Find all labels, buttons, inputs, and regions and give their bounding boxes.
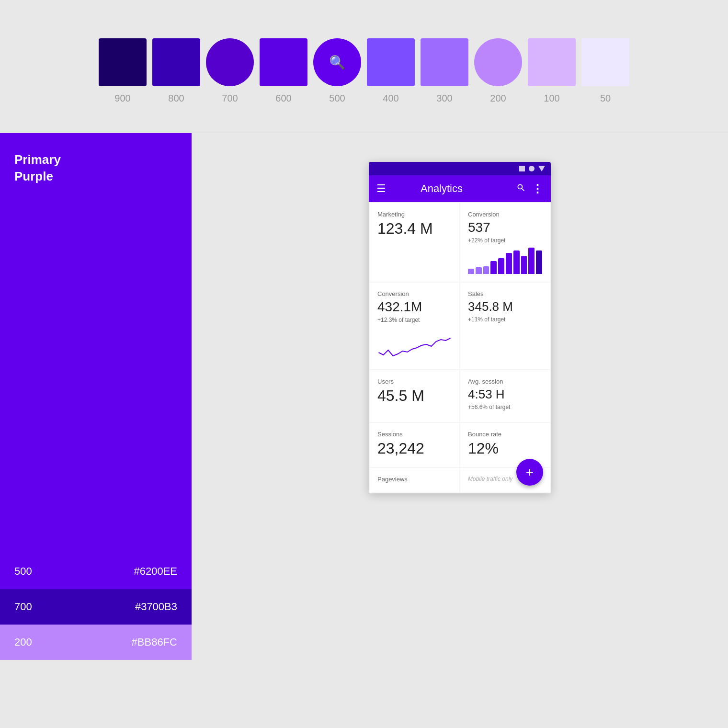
swatch-700 — [206, 38, 254, 86]
swatch-400 — [367, 38, 415, 86]
swatch-800 — [152, 38, 200, 86]
more-icon[interactable]: ⋮ — [532, 182, 543, 195]
palette-label-100: 100 — [528, 93, 576, 104]
palette-swatches: 🔍 — [99, 38, 629, 86]
swatch-100 — [528, 38, 576, 86]
bar-2 — [476, 267, 482, 274]
bar-5 — [498, 258, 504, 274]
swatch-square-100 — [528, 38, 576, 86]
line-chart-conversion — [377, 331, 452, 360]
palette-section: 🔍 900 800 700 600 500 400 300 200 — [0, 0, 728, 123]
palette-label-900: 900 — [99, 93, 147, 104]
swatch-square-900 — [99, 38, 147, 86]
shade-200-hex: #BB86FC — [132, 636, 177, 648]
status-icon-square — [519, 166, 525, 171]
swatch-square-600 — [260, 38, 307, 86]
card-value-sessions: 23,242 — [377, 440, 452, 457]
bottom-section: Primary Purple 500 #6200EE 700 #3700B3 2… — [0, 133, 728, 660]
status-bar — [369, 162, 551, 175]
swatch-50 — [581, 38, 629, 86]
card-value-marketing: 123.4 M — [377, 220, 452, 238]
bar-chart-conversion — [468, 248, 542, 274]
card-label-sales: Sales — [468, 290, 542, 297]
swatch-square-800 — [152, 38, 200, 86]
card-sub-avg-session: +56.6% of target — [468, 404, 542, 410]
app-bar: ☰ Analytics ⋮ — [369, 175, 551, 202]
shade-500-label: 500 — [14, 565, 32, 578]
bar-9 — [528, 248, 535, 274]
bar-4 — [490, 261, 497, 274]
color-row-700: 700 #3700B3 — [0, 589, 192, 625]
swatch-circle-200 — [474, 38, 522, 86]
swatch-circle-700 — [206, 38, 254, 86]
swatch-square-400 — [367, 38, 415, 86]
shade-700-label: 700 — [14, 601, 32, 613]
palette-label-400: 400 — [367, 93, 415, 104]
card-value-bounce-rate: 12% — [468, 440, 542, 457]
bar-7 — [513, 250, 520, 274]
bar-3 — [483, 266, 489, 274]
palette-label-500: 500 — [313, 93, 361, 104]
fab-button[interactable]: + — [516, 459, 543, 486]
card-sales: Sales 345.8 M +11% of target — [460, 283, 550, 369]
card-value-sales: 345.8 M — [468, 299, 542, 314]
swatch-square-50 — [581, 38, 629, 86]
menu-icon[interactable]: ☰ — [376, 182, 386, 195]
swatch-600 — [260, 38, 307, 86]
palette-label-200: 200 — [474, 93, 522, 104]
card-label-users: Users — [377, 378, 452, 385]
card-label-bounce-rate: Bounce rate — [468, 431, 542, 438]
palette-label-300: 300 — [421, 93, 468, 104]
card-value-avg-session: 4:53 H — [468, 387, 542, 402]
app-bar-icons: ⋮ — [516, 182, 543, 195]
content-wrapper: Marketing 123.4 M Conversion 537 +22% of… — [369, 202, 551, 493]
card-marketing: Marketing 123.4 M — [370, 203, 459, 282]
swatch-300 — [421, 38, 468, 86]
palette-label-700: 700 — [206, 93, 254, 104]
app-title: Analytics — [392, 182, 491, 195]
bar-6 — [506, 253, 512, 274]
color-row-200: 200 #BB86FC — [0, 625, 192, 660]
card-label-pageviews: Pageviews — [377, 476, 452, 483]
card-users: Users 45.5 M — [370, 370, 459, 422]
card-pageviews: Pageviews — [370, 468, 459, 492]
card-label-avg-session: Avg. session — [468, 378, 542, 385]
shade-700-hex: #3700B3 — [135, 601, 177, 613]
purple-label: Purple — [14, 169, 177, 184]
color-swatch-rows: 500 #6200EE 700 #3700B3 200 #BB86FC — [0, 554, 192, 660]
card-sub-conversion-left: +12.3% of target — [377, 317, 452, 323]
swatch-200 — [474, 38, 522, 86]
color-row-500: 500 #6200EE — [0, 554, 192, 589]
card-value-conversion-left: 432.1M — [377, 299, 452, 315]
search-icon[interactable] — [516, 183, 526, 195]
card-label-sessions: Sessions — [377, 431, 452, 438]
swatch-500: 🔍 — [313, 38, 361, 86]
right-panel: ☰ Analytics ⋮ Marketing — [192, 133, 728, 660]
shade-200-label: 200 — [14, 636, 32, 648]
primary-label: Primary — [14, 152, 177, 167]
card-conversion-right: Conversion 537 +22% of target — [460, 203, 550, 282]
shade-500-hex: #6200EE — [134, 565, 177, 578]
card-label-marketing: Marketing — [377, 211, 452, 218]
phone-mockup: ☰ Analytics ⋮ Marketing — [369, 162, 551, 493]
card-conversion-left: Conversion 432.1M +12.3% of target — [370, 283, 459, 369]
fab-icon: + — [526, 465, 534, 480]
card-sub-sales: +11% of target — [468, 316, 542, 323]
palette-label-800: 800 — [152, 93, 200, 104]
left-panel: Primary Purple 500 #6200EE 700 #3700B3 2… — [0, 133, 192, 660]
palette-label-600: 600 — [260, 93, 307, 104]
palette-label-50: 50 — [581, 93, 629, 104]
status-icon-circle — [529, 166, 535, 171]
card-label-conversion-left: Conversion — [377, 290, 452, 297]
swatch-square-300 — [421, 38, 468, 86]
card-sub-conversion-right: +22% of target — [468, 237, 542, 244]
swatch-p-500: 🔍 — [313, 38, 361, 86]
status-icon-triangle — [538, 166, 545, 171]
card-label-conversion-right: Conversion — [468, 211, 542, 218]
card-sessions: Sessions 23,242 — [370, 423, 459, 467]
card-value-users: 45.5 M — [377, 387, 452, 405]
swatch-900 — [99, 38, 147, 86]
bar-8 — [521, 256, 527, 274]
card-value-conversion-right: 537 — [468, 220, 542, 235]
content-area: Marketing 123.4 M Conversion 537 +22% of… — [369, 202, 551, 493]
